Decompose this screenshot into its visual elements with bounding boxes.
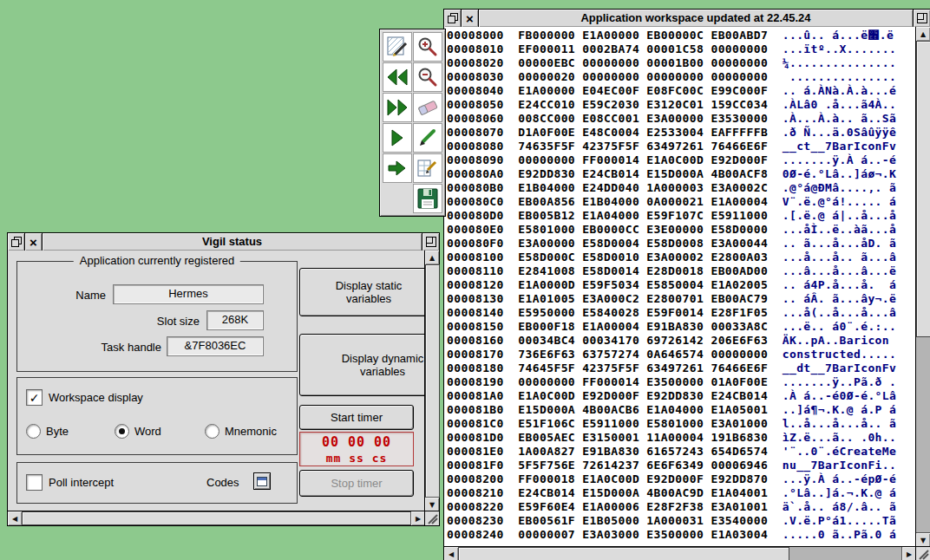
hex-dump: 00008000 FB000000 E1A00000 EB00000C EB00…: [444, 27, 916, 547]
back-squares-icon: [448, 13, 458, 23]
hex-row: 00008160 00034BC4 00034170 69726142 206E…: [447, 334, 916, 348]
start-timer-button[interactable]: Start timer: [299, 405, 414, 430]
display-dynamic-button[interactable]: Display dynamic variables: [299, 334, 425, 396]
scroll-left-icon[interactable]: ◀: [444, 547, 459, 560]
scroll-left-icon[interactable]: ◀: [8, 511, 23, 525]
codes-label: Codes: [206, 476, 239, 489]
hex-row: 000080E0 E5801000 EB0000CC E3E00000 E58D…: [447, 223, 916, 237]
vigil-vertical-scrollbar[interactable]: ▲ ▼: [424, 251, 439, 511]
back-squares-icon: [11, 237, 22, 247]
step-forward-button[interactable]: [383, 123, 412, 153]
word-radio-label: Word: [134, 425, 161, 438]
slot-size-field: 268K: [206, 310, 264, 330]
hex-row: 00008190 00000000 FF000014 E3500000 01A0…: [447, 375, 916, 389]
hex-row: 000081A0 E1A0C00D E92D000F E92DD830 E24C…: [447, 389, 916, 403]
display-static-label: Display static variables: [312, 279, 425, 305]
goto-address-button[interactable]: [383, 153, 412, 183]
vigil-hscroll-thumb[interactable]: [22, 511, 411, 525]
vigil-window-titlebar[interactable]: × Vigil status: [8, 233, 439, 251]
vigil-status-window: × Vigil status Application currently reg…: [7, 232, 440, 526]
poll-group: Poll intercept Codes: [16, 462, 298, 504]
popup-window-icon: [257, 477, 267, 486]
desktop: × Application workspace updated at 22.45…: [0, 0, 930, 560]
scroll-down-icon[interactable]: ▼: [425, 497, 439, 511]
hex-row: 00008050 E24CC010 E59C2030 E3120C01 159C…: [447, 98, 916, 112]
hex-row: 000081F0 5F5F756E 72614237 6E6F6349 0000…: [447, 459, 916, 472]
workspace-display-checkbox[interactable]: ✓: [26, 389, 43, 406]
goto-address-icon: [386, 157, 409, 179]
hex-row: 00008230 EB00561F E1B05000 1A000031 E354…: [447, 514, 916, 528]
word-radio[interactable]: [115, 424, 129, 439]
hex-vscroll-thumb[interactable]: [916, 41, 930, 337]
hex-row: 00008180 74645F5F 42375F5F 63497261 7646…: [447, 361, 916, 375]
scroll-down-icon[interactable]: ▼: [916, 532, 930, 547]
hex-horizontal-scrollbar[interactable]: ◀ ▶: [444, 546, 916, 560]
scroll-up-icon[interactable]: ▲: [425, 251, 439, 265]
hex-row: 00008110 E2841008 E58D0014 E28D0018 EB00…: [447, 264, 916, 278]
scroll-up-icon[interactable]: ▲: [916, 27, 930, 42]
fast-forward-button[interactable]: [383, 93, 412, 122]
name-field: Hermes: [113, 284, 264, 304]
mnemonic-radio-label: Mnemonic: [225, 425, 277, 438]
edit-template-button[interactable]: [383, 32, 412, 62]
zoom-out-button[interactable]: [413, 62, 442, 92]
hex-row: 00008140 E5950000 E5840028 E59F0014 E28F…: [447, 306, 916, 320]
back-icon[interactable]: [444, 10, 462, 27]
eraser-button[interactable]: [413, 93, 442, 122]
close-icon[interactable]: ×: [25, 233, 43, 251]
scroll-right-icon[interactable]: ▶: [901, 547, 916, 560]
vigil-horizontal-scrollbar[interactable]: ◀ ▶: [8, 511, 425, 525]
close-glyph: ×: [466, 12, 474, 25]
vigil-vscroll-thumb[interactable]: [425, 264, 440, 498]
hex-row: 000080B0 E1B04000 E24DD040 1A000003 E3A0…: [447, 181, 916, 195]
hex-row: 000081E0 1A00A827 E91BA830 61657243 654D…: [447, 445, 916, 459]
hex-row: 00008000 FB000000 E1A00000 EB00000C EB00…: [447, 29, 916, 42]
hex-window-title: Application workspace updated at 22.45.2…: [479, 10, 913, 27]
hex-row: 000080A0 E92DD830 E24CB014 E15D000A 4B00…: [447, 167, 916, 181]
poll-intercept-checkbox[interactable]: [26, 474, 43, 491]
byte-radio[interactable]: [26, 424, 41, 439]
hex-row: 00008030 00000020 00000000 00000000 0000…: [447, 70, 916, 84]
hex-row: 000080F0 E3A00000 E58D0004 E58D0008 E3A0…: [447, 237, 916, 251]
fast-forward-icon: [386, 96, 409, 119]
resize-handle[interactable]: [424, 511, 439, 525]
toggle-size-icon[interactable]: [422, 233, 439, 251]
hex-row: 00008120 E1A0000D E59F5034 E5850004 E1A0…: [447, 278, 916, 292]
empty-cell: [383, 184, 412, 213]
save-button[interactable]: [413, 184, 442, 213]
mnemonic-radio[interactable]: [205, 424, 219, 439]
stop-timer-button[interactable]: Stop timer: [299, 470, 414, 497]
hex-row: 00008200 FF000018 E1A0C00D E92D000F E92D…: [447, 472, 916, 486]
hex-vertical-scrollbar[interactable]: ▲ ▼: [915, 27, 930, 547]
save-disk-icon: [416, 187, 439, 210]
hex-row: 00008090 00000000 FF000014 E1A0C00D E92D…: [447, 153, 916, 167]
resize-handle[interactable]: [915, 546, 930, 560]
codes-popup-button[interactable]: [253, 472, 271, 490]
vigil-window-title: Vigil status: [43, 233, 422, 251]
resize-icon: [917, 548, 929, 560]
hex-row: 00008240 00000007 E3A03000 E3500000 E1A0…: [447, 528, 916, 542]
stop-timer-label: Stop timer: [331, 477, 382, 490]
pencil-button[interactable]: [413, 123, 442, 153]
fast-rewind-button[interactable]: [383, 62, 412, 92]
hex-row: 000081D0 EB005AEC E3150001 11A00004 191B…: [447, 431, 916, 445]
scroll-right-icon[interactable]: ▶: [410, 511, 425, 525]
edit-memory-button[interactable]: [413, 153, 442, 183]
close-icon[interactable]: ×: [462, 10, 479, 27]
task-handle-label: Task handle: [102, 341, 161, 354]
vigil-content: Application currently registered Name He…: [8, 251, 425, 511]
hex-row: 00008150 EB000F18 E1A00004 E91BA830 0003…: [447, 320, 916, 334]
timer-value: 00 00 00: [322, 434, 391, 450]
close-glyph: ×: [29, 236, 37, 249]
start-timer-label: Start timer: [331, 411, 383, 424]
hex-window-titlebar[interactable]: × Application workspace updated at 22.45…: [444, 10, 930, 28]
toggle-size-icon[interactable]: [913, 10, 930, 27]
zoom-in-button[interactable]: [413, 32, 442, 62]
display-static-button[interactable]: Display static variables: [299, 268, 425, 316]
byte-radio-label: Byte: [46, 425, 69, 438]
hex-row: 00008220 E59F60E4 E1A00006 E28F2F38 E3A0…: [447, 500, 916, 514]
back-icon[interactable]: [8, 233, 25, 251]
registered-group: Application currently registered Name He…: [16, 261, 298, 372]
pencil-icon: [416, 127, 439, 149]
hex-hscroll-thumb[interactable]: [458, 547, 789, 560]
